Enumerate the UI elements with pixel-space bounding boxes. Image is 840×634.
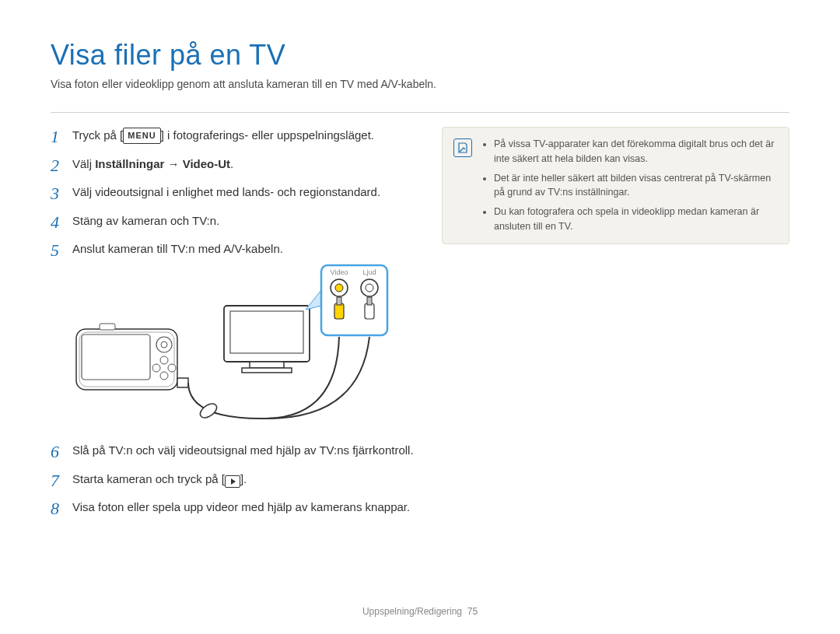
svg-rect-21 xyxy=(334,303,344,319)
svg-point-5 xyxy=(152,364,160,372)
step-2-post: . xyxy=(230,157,233,170)
step-8: Visa foton eller spela upp videor med hj… xyxy=(51,499,414,517)
step-5: Anslut kameran till TV:n med A/V-kabeln. xyxy=(51,240,414,431)
tv-icon xyxy=(224,306,310,373)
camera-icon xyxy=(76,324,177,390)
step-4: Stäng av kameran och TV:n. xyxy=(51,212,414,230)
page-footer: Uppspelning/Redigering 75 xyxy=(0,606,840,617)
step-5-text: Anslut kameran till TV:n med A/V-kabeln. xyxy=(72,242,283,255)
step-2-bold: Inställningar → Video-Ut xyxy=(95,157,230,170)
page-title: Visa filer på en TV xyxy=(51,39,789,72)
video-label: Video xyxy=(331,268,348,276)
svg-point-8 xyxy=(160,372,168,380)
svg-point-20 xyxy=(366,284,373,292)
footer-section: Uppspelning/Redigering xyxy=(362,606,462,617)
svg-rect-10 xyxy=(177,378,188,387)
svg-rect-22 xyxy=(337,297,341,305)
svg-rect-12 xyxy=(230,311,303,353)
note-box: På vissa TV-apparater kan det förekomma … xyxy=(442,127,789,244)
step-1: Tryck på [MENU] i fotograferings- eller … xyxy=(51,127,414,145)
intro-text: Visa foton eller videoklipp genom att an… xyxy=(51,78,789,90)
svg-point-6 xyxy=(168,364,176,372)
step-6: Slå på TV:n och välj videoutsignal med h… xyxy=(51,442,414,460)
step-2: Välj Inställningar → Video-Ut. xyxy=(51,156,414,173)
note-item-2: Det är inte heller säkert att bilden vis… xyxy=(494,171,776,201)
step-7-text-a: Starta kameran och tryck på [ xyxy=(72,472,225,485)
footer-page-number: 75 xyxy=(467,606,478,617)
svg-rect-13 xyxy=(250,362,284,368)
note-item-3: Du kan fotografera och spela in videokli… xyxy=(494,205,776,234)
step-1-text-a: Tryck på [ xyxy=(72,128,123,142)
playback-icon xyxy=(225,475,240,488)
svg-rect-9 xyxy=(100,324,115,330)
svg-point-18 xyxy=(335,284,343,292)
step-7-text-b: ]. xyxy=(240,472,247,485)
audio-label: Ljud xyxy=(362,268,376,276)
note-item-1: På vissa TV-apparater kan det förekomma … xyxy=(494,137,776,166)
menu-button-icon: MENU xyxy=(123,128,160,144)
svg-rect-24 xyxy=(367,297,372,305)
svg-point-25 xyxy=(198,401,219,420)
step-7: Starta kameran och tryck på []. xyxy=(51,471,414,489)
svg-rect-14 xyxy=(242,368,292,373)
svg-point-7 xyxy=(160,356,168,364)
connector-callout: Video Ljud xyxy=(306,265,387,335)
divider xyxy=(51,112,789,113)
steps-column: Tryck på [MENU] i fotograferings- eller … xyxy=(51,127,414,527)
svg-rect-23 xyxy=(365,303,374,319)
step-3: Välj videoutsignal i enlighet med lands-… xyxy=(51,184,414,201)
note-icon xyxy=(453,138,472,157)
svg-marker-15 xyxy=(306,290,321,310)
step-2-pre: Välj xyxy=(72,157,95,170)
svg-point-4 xyxy=(161,342,167,348)
step-1-text-b: ] i fotograferings- eller uppspelningslä… xyxy=(161,128,374,142)
connection-diagram: Video Ljud xyxy=(72,263,414,432)
svg-rect-2 xyxy=(82,335,150,380)
